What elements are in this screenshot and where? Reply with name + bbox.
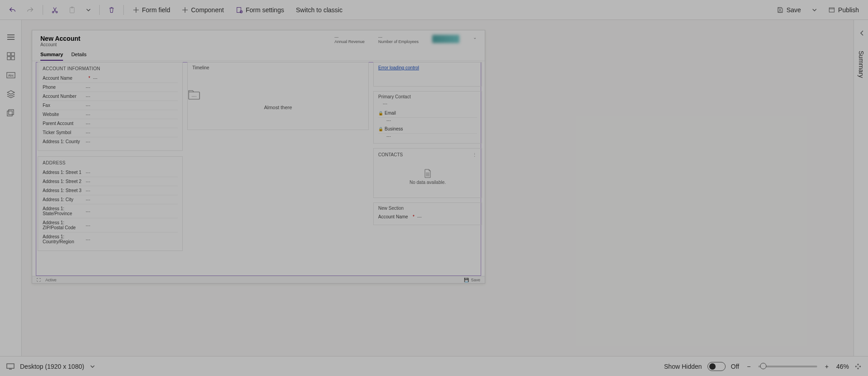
primary-contact-title: Primary Contact [378, 94, 477, 99]
footer-expand-icon[interactable]: ⛶ [37, 278, 41, 282]
field-ticker[interactable]: Ticker Symbol--- [43, 128, 178, 137]
field-state[interactable]: Address 1: State/Province--- [43, 204, 178, 218]
redo-icon [26, 6, 34, 14]
svg-rect-14 [9, 110, 14, 115]
record-status: Active [45, 278, 57, 282]
publish-label: Publish [838, 6, 859, 14]
library-icon [7, 109, 15, 117]
redo-button[interactable] [23, 3, 38, 17]
tab-summary[interactable]: Summary [40, 50, 63, 61]
field-website[interactable]: Website--- [43, 110, 178, 119]
form-field-label: Form field [142, 6, 170, 14]
form-settings-label: Form settings [246, 6, 284, 14]
field-account-name[interactable]: Account Name*--- [43, 74, 178, 83]
form-settings-button[interactable]: Form settings [231, 4, 289, 16]
field-email[interactable]: 🔒Email [378, 109, 477, 118]
form-body[interactable]: ACCOUNT INFORMATION Account Name*--- Pho… [32, 62, 485, 276]
add-component-button[interactable]: Component [177, 4, 228, 16]
show-hidden-toggle[interactable] [707, 362, 726, 371]
fit-icon [854, 363, 862, 370]
undo-button[interactable] [5, 3, 20, 17]
error-loading-control-link[interactable]: Error loading control [373, 62, 482, 73]
library-panel-button[interactable] [6, 109, 15, 118]
zoom-in-button[interactable]: + [823, 363, 831, 370]
preview-footer: ⛶ Active 💾 Save [32, 276, 485, 283]
zoom-out-button[interactable]: − [745, 363, 753, 370]
save-chevron-button[interactable] [808, 5, 821, 15]
component-label: Component [191, 6, 224, 14]
paste-icon [68, 6, 76, 14]
section-timeline[interactable]: Timeline Almost there [187, 62, 369, 130]
components-panel-button[interactable] [6, 52, 15, 61]
svg-rect-16 [7, 364, 14, 368]
property-pane-collapsed[interactable]: Summary [853, 20, 868, 356]
column-middle: Timeline Almost there [187, 62, 369, 276]
field-fax[interactable]: Fax--- [43, 101, 178, 110]
zoom-slider[interactable] [758, 366, 817, 367]
tree-view-button[interactable] [6, 33, 15, 42]
fields-panel-button[interactable]: Abc [6, 71, 15, 80]
publish-button[interactable]: Publish [824, 4, 863, 16]
preview-header: New Account Account --- Annual Revenue -… [32, 30, 485, 49]
viewport-label: Desktop (1920 x 1080) [20, 363, 84, 370]
expand-pane-button[interactable] [859, 30, 865, 36]
cut-button[interactable] [48, 4, 62, 16]
tab-details[interactable]: Details [71, 50, 87, 61]
header-employees[interactable]: --- Number of Employees [378, 35, 419, 44]
contacts-empty: No data available. [378, 180, 477, 185]
form-settings-icon [236, 6, 243, 14]
show-hidden-state: Off [731, 363, 739, 370]
section-primary-contact[interactable]: Primary Contact --- 🔒Email --- 🔒Business… [373, 91, 482, 144]
field-zip[interactable]: Address 1: ZIP/Postal Code--- [43, 218, 178, 232]
paste-button[interactable] [65, 4, 79, 16]
layers-panel-button[interactable] [6, 90, 15, 99]
field-account-number[interactable]: Account Number--- [43, 92, 178, 101]
property-pane-tab-label: Summary [858, 51, 865, 78]
show-hidden-label: Show Hidden [664, 363, 702, 370]
app-body: Abc New Account Account --- Annual Reven… [0, 20, 868, 356]
add-form-field-button[interactable]: Form field [128, 4, 175, 16]
command-bar-left: Form field Component Form settings Switc… [5, 3, 347, 17]
section-new-section[interactable]: New Section Account Name * --- [373, 202, 482, 225]
timeline-title: Timeline [192, 65, 364, 70]
fit-to-screen-button[interactable] [854, 363, 862, 370]
grid-icon [7, 52, 15, 60]
header-chevron[interactable]: ⌄ [473, 35, 477, 40]
section-account-information[interactable]: ACCOUNT INFORMATION Account Name*--- Pho… [38, 62, 183, 151]
section-address[interactable]: ADDRESS Address 1: Street 1--- Address 1… [38, 156, 183, 251]
form-preview[interactable]: New Account Account --- Annual Revenue -… [32, 30, 485, 284]
column-left: ACCOUNT INFORMATION Account Name*--- Pho… [38, 62, 183, 276]
abc-icon: Abc [6, 72, 15, 78]
field-account-name-new[interactable]: Account Name * --- [378, 212, 477, 221]
lock-icon: 🔒 [378, 127, 383, 131]
field-street3[interactable]: Address 1: Street 3--- [43, 186, 178, 195]
contacts-more-icon[interactable]: ⋮ [472, 152, 477, 158]
field-phone[interactable]: Phone--- [43, 83, 178, 92]
section-title: ACCOUNT INFORMATION [43, 65, 178, 74]
header-annual-revenue[interactable]: --- Annual Revenue [334, 35, 365, 44]
save-button[interactable]: Save [772, 4, 805, 16]
field-street1[interactable]: Address 1: Street 1--- [43, 168, 178, 177]
switch-classic-button[interactable]: Switch to classic [291, 4, 347, 16]
section-contacts[interactable]: CONTACTS ⋮ No data available. [373, 148, 482, 198]
column-right: Error loading control Primary Contact --… [373, 62, 482, 276]
contacts-title: CONTACTS [378, 152, 403, 158]
delete-button[interactable] [104, 4, 119, 16]
footer-save-icon[interactable]: 💾 [464, 278, 469, 282]
publish-icon [828, 6, 835, 14]
canvas[interactable]: New Account Account --- Annual Revenue -… [22, 20, 853, 356]
field-city[interactable]: Address 1: City--- [43, 195, 178, 204]
field-country[interactable]: Address 1: Country/Region--- [43, 232, 178, 246]
field-county[interactable]: Address 1: County--- [43, 137, 178, 146]
field-street2[interactable]: Address 1: Street 2--- [43, 177, 178, 186]
folder-icon [188, 89, 368, 100]
header-owner-redacted [432, 35, 459, 43]
command-bar: Form field Component Form settings Switc… [0, 0, 868, 20]
field-parent-account[interactable]: Parent Account--- [43, 119, 178, 128]
paste-chevron-button[interactable] [82, 5, 95, 15]
form-tabs: Summary Details [32, 49, 485, 61]
entity-name: Account [40, 42, 80, 47]
field-business[interactable]: 🔒Business [378, 125, 477, 134]
viewport-chevron[interactable] [90, 364, 95, 369]
svg-rect-4 [237, 7, 241, 12]
